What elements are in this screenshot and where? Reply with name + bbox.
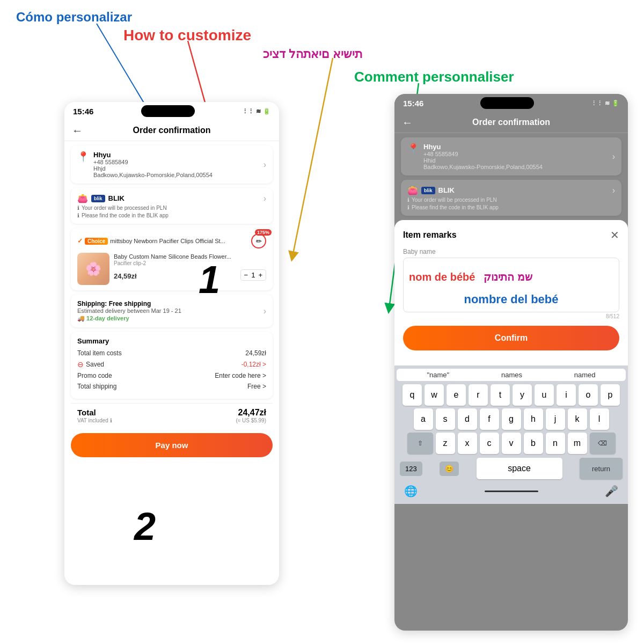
- key-u[interactable]: u: [535, 384, 554, 406]
- keyboard[interactable]: "name" names named q w e r t y u i o p a…: [394, 365, 628, 504]
- number-two: 2: [134, 504, 156, 548]
- key-m[interactable]: m: [568, 433, 587, 454]
- key-i[interactable]: i: [557, 384, 576, 406]
- key-f[interactable]: f: [480, 408, 499, 430]
- right-address-card[interactable]: 📍 Hhyu +48 5585849 Hhid Badkowo,Kujawsko…: [401, 137, 621, 175]
- right-payment-name: BLIK: [438, 186, 455, 194]
- key-l[interactable]: l: [590, 408, 609, 430]
- confirm-button[interactable]: Confirm: [403, 326, 619, 350]
- key-b[interactable]: b: [524, 433, 543, 454]
- left-address-content: Hhyu +48 5585849 Hhjd Badkowo,Kujawsko-P…: [93, 151, 264, 178]
- left-status-bar: 15:46 ⋮⋮ ≋ 🔋: [64, 102, 279, 120]
- left-summary-item-costs: Total item costs 24,59zł: [77, 349, 266, 357]
- qty-minus[interactable]: −: [244, 271, 248, 279]
- left-payment-note2: ℹ Please find the code in the BLIK app: [77, 213, 266, 218]
- remarks-close-button[interactable]: ✕: [610, 229, 619, 241]
- home-indicator: [485, 491, 538, 492]
- remarks-content: nom de bébé שמ התינוק: [409, 264, 613, 290]
- key-h[interactable]: h: [524, 408, 543, 430]
- key-k[interactable]: k: [568, 408, 587, 430]
- left-total-label: Total: [77, 408, 96, 417]
- left-back-button[interactable]: ←: [72, 125, 83, 137]
- key-g[interactable]: g: [502, 408, 521, 430]
- key-x[interactable]: x: [458, 433, 477, 454]
- emoji-icon: 😊: [445, 465, 453, 473]
- annotation-como: Cómo personalizar: [16, 10, 132, 25]
- left-address-phone: +48 5585849: [93, 159, 264, 165]
- qty-plus[interactable]: +: [258, 271, 262, 279]
- key-a[interactable]: a: [414, 408, 433, 430]
- annotation-comment: Comment personnaliser: [354, 69, 514, 85]
- key-space[interactable]: space: [477, 458, 562, 479]
- key-y[interactable]: y: [513, 384, 532, 406]
- keyboard-row-1: q w e r t y u i o p: [397, 384, 626, 406]
- right-address-street: Badkowo,Kujawsko-Pomorskie,Poland,00554: [423, 164, 612, 170]
- left-address-line2: Hhjd: [93, 165, 264, 172]
- name-blue: nombre del bebé: [464, 292, 558, 306]
- key-backspace[interactable]: ⌫: [590, 433, 616, 454]
- name-magenta: שמ התינוק: [484, 270, 532, 283]
- key-return[interactable]: return: [580, 458, 623, 479]
- qty-value: 1: [251, 271, 255, 279]
- left-product-row: 🌸 Baby Custom Name Silicone Beads Flower…: [77, 253, 266, 285]
- left-shipping-section[interactable]: Shipping: Free shipping Estimated delive…: [71, 295, 273, 327]
- globe-icon[interactable]: 🌐: [404, 485, 418, 497]
- key-q[interactable]: q: [402, 384, 422, 406]
- key-c[interactable]: c: [480, 433, 499, 454]
- right-status-icons: ⋮⋮ ≋ 🔋: [591, 100, 619, 107]
- left-address-card[interactable]: 📍 Hhyu +48 5585849 Hhjd Badkowo,Kujawsko…: [71, 145, 273, 184]
- key-d[interactable]: d: [458, 408, 477, 430]
- suggestion-names[interactable]: names: [501, 371, 522, 379]
- key-e[interactable]: e: [447, 384, 466, 406]
- remarks-title: Item remarks: [403, 230, 457, 240]
- remarks-field-label: Baby name: [403, 248, 619, 255]
- key-s[interactable]: s: [436, 408, 455, 430]
- remarks-textarea-area[interactable]: nom de bébé שמ התינוק nombre del bebé: [403, 258, 619, 312]
- left-total-usd: (≈ US $5.99): [236, 418, 266, 423]
- left-status-icons: ⋮⋮ ≋ 🔋: [242, 108, 270, 115]
- right-back-button[interactable]: ←: [402, 116, 413, 129]
- key-emoji[interactable]: 😊: [440, 462, 459, 476]
- left-time: 15:46: [73, 107, 93, 116]
- key-shift[interactable]: ⇧: [407, 433, 433, 454]
- left-qty-control[interactable]: − 1 +: [240, 269, 266, 281]
- key-z[interactable]: z: [436, 433, 455, 454]
- left-address-arrow: ›: [264, 160, 266, 170]
- key-v[interactable]: v: [502, 433, 521, 454]
- left-payment-note1: ℹ Your order will be processed in PLN: [77, 205, 266, 211]
- keyboard-suggestions: "name" names named: [397, 369, 626, 381]
- item-remarks-modal: Item remarks ✕ Baby name nom de bébé שמ …: [394, 220, 628, 365]
- left-product-variant: Pacifier clip-2: [114, 260, 266, 266]
- right-payment-card[interactable]: 👛 blik BLIK › ℹ Your order will be proce…: [401, 180, 621, 216]
- key-w[interactable]: w: [425, 384, 444, 406]
- key-j[interactable]: j: [546, 408, 565, 430]
- mic-icon[interactable]: 🎤: [605, 485, 618, 497]
- name-red: nom de bébé: [409, 271, 475, 283]
- suggestion-name-quoted[interactable]: "name": [427, 371, 449, 379]
- right-status-bar: 15:46 ⋮⋮ ≋ 🔋: [394, 94, 628, 112]
- left-payment-card[interactable]: 👛 blik BLIK › ℹ Your order will be proce…: [71, 188, 273, 224]
- right-time: 15:46: [403, 99, 423, 108]
- left-product-badge: ✓ Choice mittsboy Newborn Pacifier Clips…: [77, 233, 266, 248]
- left-total-right: 24,47zł (≈ US $5.99): [236, 408, 266, 423]
- left-phone: 15:46 ⋮⋮ ≋ 🔋 ← Order confirmation 📍 Hhyu…: [64, 102, 279, 585]
- keyboard-row-3: ⇧ z x c v b n m ⌫: [397, 433, 626, 454]
- left-notch: [141, 105, 195, 117]
- annotation-how: How to customize: [123, 27, 251, 44]
- left-vat-note: VAT included ℹ: [77, 418, 112, 423]
- key-o[interactable]: o: [579, 384, 598, 406]
- left-summary-title: Summary: [77, 337, 266, 345]
- left-shipping-sub: Estimated delivery between Mar 19 - 21: [77, 308, 181, 314]
- key-p[interactable]: p: [601, 384, 620, 406]
- left-shipping-arrow: ›: [264, 306, 266, 316]
- key-t[interactable]: t: [491, 384, 510, 406]
- key-r[interactable]: r: [469, 384, 488, 406]
- edit-button[interactable]: ✏: [251, 233, 266, 248]
- left-pay-button[interactable]: Pay now: [71, 433, 273, 457]
- key-n[interactable]: n: [546, 433, 565, 454]
- suggestion-named[interactable]: named: [574, 371, 596, 379]
- blik-logo: blik: [91, 195, 105, 202]
- key-numbers[interactable]: 123: [400, 462, 422, 476]
- remarks-header: Item remarks ✕: [403, 229, 619, 241]
- right-phone: 15:46 ⋮⋮ ≋ 🔋 ← Order confirmation 📍 Hhyu…: [394, 94, 628, 631]
